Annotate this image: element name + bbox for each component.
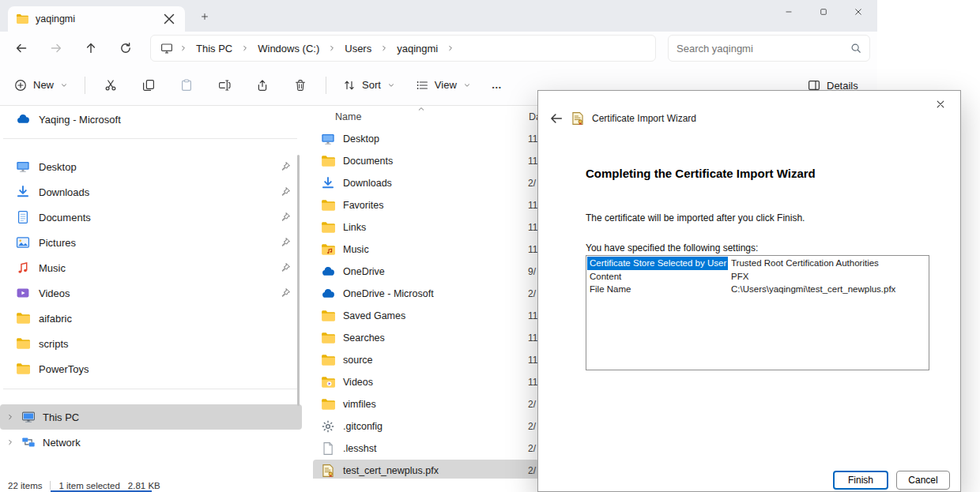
new-button[interactable]: New — [6, 72, 76, 99]
file-row-desktop[interactable]: Desktop11 — [313, 128, 539, 150]
sidebar-item-documents[interactable]: Documents — [3, 205, 300, 230]
expand-chevron-icon — [6, 413, 14, 421]
address-bar[interactable]: This PCWindows (C:)Usersyaqingmi — [150, 35, 656, 62]
file-row-gitconfig[interactable]: .gitconfig2/ — [313, 415, 539, 438]
explorer-tab[interactable]: yaqingmi — [8, 6, 185, 32]
cancel-button[interactable]: Cancel — [896, 471, 950, 490]
search-input[interactable] — [677, 43, 850, 54]
sidebar-item-this-pc[interactable]: This PC — [0, 404, 302, 430]
pin-icon — [280, 262, 291, 273]
setting-row-file-name[interactable]: File NameC:\Users\yaqingmi\test_cert_new… — [587, 283, 928, 296]
sidebar-item-label: Network — [43, 437, 81, 449]
this-pc-monitor-icon — [160, 42, 173, 54]
setting-row-certificate-store-selected-by-user[interactable]: Certificate Store Selected by UserTruste… — [587, 257, 928, 270]
sidebar-item-label: PowerToys — [39, 363, 89, 375]
pin-icon — [280, 237, 291, 248]
breadcrumb-item-this-pc[interactable]: This PC — [194, 41, 235, 56]
sidebar-item-label: Music — [39, 262, 66, 274]
sidebar-item-label: This PC — [43, 411, 79, 423]
setting-key: Certificate Store Selected by User — [587, 257, 728, 270]
file-row-downloads[interactable]: Downloads2/ — [313, 172, 539, 194]
sidebar-item-pictures[interactable]: Pictures — [3, 230, 300, 255]
breadcrumb-item-windows-c[interactable]: Windows (C:) — [255, 41, 322, 56]
delete-button[interactable] — [284, 72, 317, 99]
new-plus-icon — [14, 79, 27, 92]
folder-icon — [16, 362, 30, 376]
back-button[interactable] — [8, 35, 35, 62]
file-row-source[interactable]: source11 — [313, 349, 539, 371]
copy-button[interactable] — [132, 72, 165, 99]
back-icon — [15, 42, 28, 54]
file-row-links[interactable]: Links11 — [313, 216, 539, 238]
file-row-favorites[interactable]: Favorites11 — [313, 194, 539, 216]
maximize-button[interactable] — [806, 0, 841, 24]
sidebar-item-music[interactable]: Music — [3, 255, 300, 280]
cloud-icon — [321, 265, 335, 279]
breadcrumb-chevron-icon — [380, 44, 388, 52]
cut-button[interactable] — [94, 72, 127, 99]
file-row-searches[interactable]: Searches11 — [313, 327, 539, 349]
onedrive-cloud-icon — [16, 112, 30, 126]
plus-icon — [200, 12, 209, 21]
sidebar-item-scripts[interactable]: scripts — [3, 331, 300, 356]
dialog-close-button[interactable] — [927, 95, 954, 114]
file-row-vimfiles[interactable]: vimfiles2/ — [313, 393, 539, 415]
rename-button[interactable] — [208, 72, 241, 99]
file-date: 11 — [528, 222, 537, 233]
more-button[interactable]: … — [484, 72, 511, 99]
breadcrumb-item-users[interactable]: Users — [342, 41, 374, 56]
documents-icon — [16, 210, 30, 224]
breadcrumb-chevron-icon — [179, 44, 187, 52]
sidebar-item-powertoys[interactable]: PowerToys — [3, 356, 300, 381]
sidebar-scrollbar[interactable] — [297, 155, 300, 406]
music-folder-icon — [321, 242, 335, 257]
sidebar-item-downloads[interactable]: Downloads — [3, 179, 300, 205]
file-row-test-cert-newplus-pfx[interactable]: test_cert_newplus.pfx2/ — [313, 460, 539, 479]
dialog-back-icon[interactable] — [549, 111, 564, 126]
file-row-music[interactable]: Music11 — [313, 238, 539, 261]
paste-button[interactable] — [170, 72, 203, 99]
refresh-button[interactable] — [112, 35, 139, 62]
file-row-onedrive-microsoft[interactable]: OneDrive - Microsoft2/ — [313, 283, 539, 305]
sidebar-item-label: aifabric — [39, 313, 72, 325]
setting-row-content[interactable]: ContentPFX — [587, 270, 928, 284]
sidebar-item-desktop[interactable]: Desktop — [3, 154, 300, 179]
up-button[interactable] — [77, 35, 104, 62]
folder-icon — [321, 331, 335, 345]
tab-close-icon[interactable] — [161, 11, 177, 27]
forward-button[interactable] — [43, 35, 70, 62]
file-row-documents[interactable]: Documents11 — [313, 150, 539, 172]
tab-folder-icon — [16, 13, 28, 25]
file-name: source — [343, 355, 373, 366]
toolbar-divider — [326, 77, 326, 94]
sidebar-item-label: Downloads — [39, 186, 89, 198]
videos-folder-icon — [321, 375, 335, 389]
column-header-name[interactable]: Name — [335, 111, 361, 122]
minimize-icon — [784, 7, 793, 17]
file-row-videos[interactable]: Videos11 — [313, 371, 539, 393]
certificate-icon — [571, 111, 585, 126]
file-name: Documents — [343, 156, 393, 167]
chevron-down-icon — [463, 81, 471, 89]
folder-icon — [321, 154, 335, 168]
file-row-saved-games[interactable]: Saved Games11 — [313, 305, 539, 327]
search-box[interactable] — [668, 35, 870, 62]
sidebar-divider — [3, 138, 297, 139]
share-button[interactable] — [246, 72, 279, 99]
view-button[interactable]: View — [408, 72, 479, 99]
file-row-onedrive[interactable]: OneDrive9/ — [313, 261, 539, 283]
settings-list[interactable]: Certificate Store Selected by UserTruste… — [586, 255, 929, 370]
sidebar-item-videos[interactable]: Videos — [3, 280, 300, 306]
sidebar-item-yaqing-microsoft[interactable]: Yaqing - Microsoft — [3, 107, 300, 131]
sidebar-item-label: scripts — [39, 338, 69, 350]
sidebar-item-network[interactable]: Network — [0, 430, 302, 455]
breadcrumb-chevron-icon — [241, 44, 249, 52]
new-tab-button[interactable] — [196, 8, 213, 25]
close-button[interactable] — [841, 0, 876, 24]
breadcrumb-item-yaqingmi[interactable]: yaqingmi — [394, 41, 440, 56]
sidebar-item-aifabric[interactable]: aifabric — [3, 306, 300, 331]
file-row-lesshst[interactable]: .lesshst2/ — [313, 438, 539, 460]
sort-button[interactable]: Sort — [335, 72, 403, 99]
finish-button[interactable]: Finish — [833, 471, 888, 490]
minimize-button[interactable] — [771, 0, 806, 24]
